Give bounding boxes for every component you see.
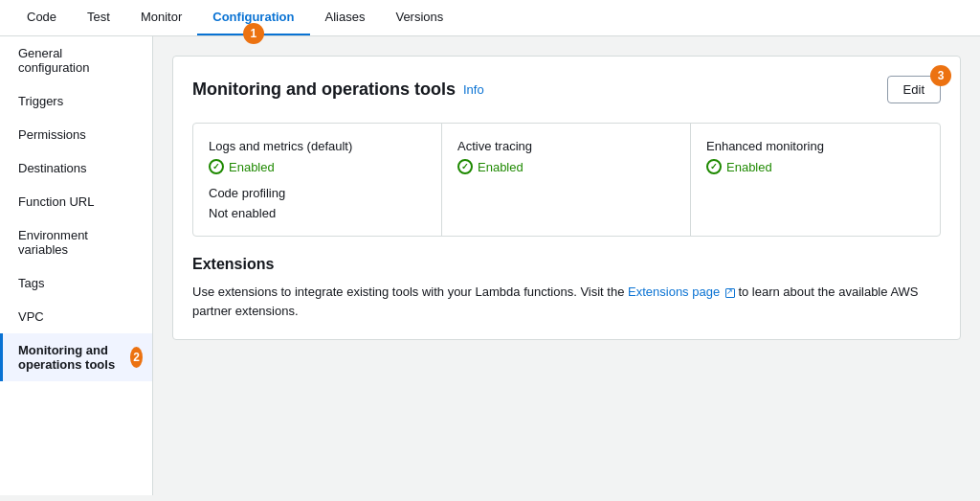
configuration-badge: 1: [243, 23, 264, 44]
tab-versions[interactable]: Versions: [380, 0, 458, 35]
tab-test[interactable]: Test: [72, 0, 125, 35]
logs-label: Logs and metrics (default): [209, 139, 426, 153]
edit-badge: 3: [930, 65, 951, 86]
code-profiling-metric: Code profiling Not enabled: [209, 186, 426, 220]
sidebar-item-triggers[interactable]: Triggers: [0, 84, 152, 118]
metric-cell-tracing: Active tracing Enabled: [442, 124, 691, 236]
external-link-icon: [725, 288, 735, 298]
extensions-description: Use extensions to integrate existing too…: [192, 283, 941, 320]
enhanced-status: Enabled: [706, 159, 924, 174]
monitoring-tools-card: Monitoring and operations tools Info Edi…: [172, 56, 961, 340]
sidebar-item-vpc[interactable]: VPC: [0, 300, 152, 333]
sidebar-item-monitoring-tools[interactable]: Monitoring and operations tools 2: [0, 333, 152, 381]
monitoring-tools-badge: 2: [130, 347, 143, 368]
logs-status: Enabled: [209, 159, 426, 174]
tracing-check-icon: [457, 159, 473, 174]
enhanced-status-text: Enabled: [726, 160, 772, 174]
main-layout: General configuration Triggers Permissio…: [0, 36, 980, 495]
card-title-row: Monitoring and operations tools Info: [192, 80, 484, 100]
tracing-status-text: Enabled: [478, 160, 523, 174]
metric-cell-logs: Logs and metrics (default) Enabled Code …: [193, 124, 442, 236]
tab-aliases[interactable]: Aliases: [310, 0, 381, 35]
logs-metric: Logs and metrics (default) Enabled: [209, 139, 426, 174]
sidebar: General configuration Triggers Permissio…: [0, 36, 153, 495]
top-tab-bar: Code Test Monitor Configuration 1 Aliase…: [0, 0, 980, 36]
card-header: Monitoring and operations tools Info Edi…: [192, 76, 941, 103]
sidebar-item-tags[interactable]: Tags: [0, 266, 152, 300]
section-title: Monitoring and operations tools: [192, 80, 456, 100]
sidebar-item-function-url[interactable]: Function URL: [0, 185, 152, 218]
logs-status-text: Enabled: [229, 160, 275, 174]
metrics-grid: Logs and metrics (default) Enabled Code …: [192, 123, 941, 237]
content-area: Monitoring and operations tools Info Edi…: [153, 36, 980, 495]
sidebar-item-permissions[interactable]: Permissions: [0, 118, 152, 151]
tracing-label: Active tracing: [457, 139, 675, 153]
tracing-status: Enabled: [457, 159, 675, 174]
tab-code[interactable]: Code: [11, 0, 72, 35]
code-profiling-status: Not enabled: [209, 206, 426, 220]
logs-check-icon: [209, 159, 224, 174]
extensions-page-link[interactable]: Extensions page: [628, 285, 735, 299]
extensions-title: Extensions: [192, 256, 941, 273]
enhanced-check-icon: [706, 159, 722, 174]
tab-configuration[interactable]: Configuration 1: [197, 0, 309, 35]
metric-cell-enhanced: Enhanced monitoring Enabled: [691, 124, 940, 236]
extensions-section: Extensions Use extensions to integrate e…: [192, 256, 941, 320]
code-profiling-label: Code profiling: [209, 186, 426, 200]
sidebar-item-general-configuration[interactable]: General configuration: [0, 36, 152, 84]
tab-monitor[interactable]: Monitor: [125, 0, 197, 35]
sidebar-item-destinations[interactable]: Destinations: [0, 151, 152, 185]
info-link[interactable]: Info: [463, 82, 484, 97]
enhanced-label: Enhanced monitoring: [706, 139, 924, 153]
edit-button-wrapper: Edit 3: [887, 76, 941, 103]
code-profiling-status-text: Not enabled: [209, 206, 276, 220]
sidebar-item-environment-variables[interactable]: Environment variables: [0, 218, 152, 266]
